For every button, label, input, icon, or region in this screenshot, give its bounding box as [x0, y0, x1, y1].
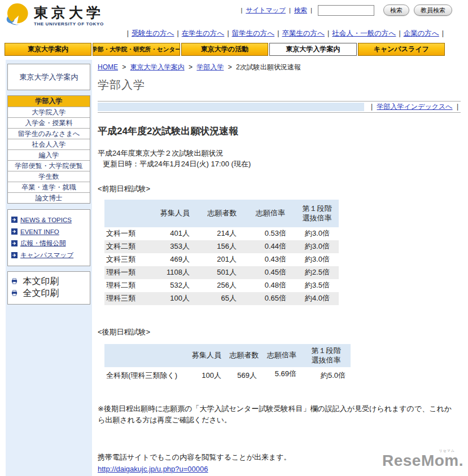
- link-prospective-students[interactable]: 受験生の方へ: [132, 29, 174, 37]
- intro-text: 平成24年度東京大学２次試験出願状況 更新日時：平成24年1月24日(火) 17…: [98, 148, 461, 170]
- watermark-text: ReseMom.: [382, 452, 463, 469]
- article-heading: 平成24年度2次試験出願状況速報: [98, 125, 461, 138]
- sidebar-item-handbooks[interactable]: 学部便覧・大学院便覧: [8, 160, 90, 171]
- sidebar-title-box: 東京大学入学案内: [7, 64, 90, 90]
- header-cell-first-stage-ratio: 第１段階 選抜倍率: [301, 344, 351, 367]
- sidebar-item-adult-admissions[interactable]: 社会人入学: [8, 139, 90, 149]
- sidebar-item-graduation-employment[interactable]: 卒業・進学・就職: [8, 182, 90, 192]
- printer-icon: [11, 290, 18, 296]
- logo-subtitle: THE UNIVERSITY OF TOKYO: [34, 21, 104, 27]
- breadcrumb-home-link[interactable]: HOME: [98, 63, 118, 71]
- main-nav-tabs: 東京大学案内 学部・大学院・研究所・センター 東京大学の活動 東京大学入学案内 …: [5, 43, 445, 56]
- update-timestamp: 更新日時：平成24年1月24日(火) 17:00 (現在): [98, 159, 461, 170]
- link-alumni[interactable]: 卒業生の方へ: [282, 29, 325, 37]
- event-info-link[interactable]: EVENT INFO: [20, 228, 59, 235]
- tab-faculties-institutes[interactable]: 学部・大学院・研究所・センター: [93, 43, 180, 56]
- kouki-section-label: <後期日程試験>: [98, 327, 461, 337]
- header-cell-applicants: 志願者数: [199, 200, 246, 227]
- tab-university-activities[interactable]: 東京大学の活動: [181, 43, 268, 56]
- sidebar-item-student-numbers[interactable]: 学生数: [8, 171, 90, 182]
- table-row: 全科類(理科三類除く) 100人 569人 5.69倍 約5.0倍: [104, 367, 351, 385]
- tab-campus-life[interactable]: キャンパスライフ: [358, 43, 445, 56]
- link-current-students[interactable]: 在学生の方へ: [182, 29, 225, 37]
- header-cell-capacity: 募集人員: [151, 200, 199, 227]
- main-content: HOME > 東京大学入学案内 > 学部入学 > 2次試験出願状況速報 学部入学…: [98, 60, 461, 476]
- sidebar-item-thesis-doctorate[interactable]: 論文博士: [8, 192, 90, 203]
- table-header-row: 募集人員 志願者数 志願倍率 第１段階 選抜倍率: [104, 200, 339, 227]
- header-cell-ratio: 志願倍率: [262, 344, 301, 367]
- header-cell-empty: [104, 200, 151, 227]
- kouki-schedule-table: 募集人員 志願者数 志願倍率 第１段階 選抜倍率 全科類(理科三類除く) 100…: [104, 344, 351, 385]
- sidebar-item-graduate-admissions[interactable]: 大学院入学: [8, 107, 90, 117]
- sidebar-item-undergraduate-admissions[interactable]: 学部入学: [8, 96, 90, 107]
- breadcrumb-admissions-link[interactable]: 東京大学入学案内: [130, 63, 185, 71]
- watermark-ruby: リセマム: [439, 448, 455, 453]
- search-input[interactable]: [318, 5, 374, 16]
- header-cell-applicants: 志願者数: [226, 344, 262, 367]
- sitemap-link[interactable]: サイトマップ: [246, 6, 286, 15]
- arrow-icon: [11, 252, 18, 258]
- table-row: 理科二類 532人 256人 0.48倍 約3.5倍: [104, 279, 339, 292]
- header-cell-ratio: 志願倍率: [246, 200, 295, 227]
- table-row: 文科三類 469人 201人 0.43倍 約3.0倍: [104, 253, 339, 266]
- mobile-site-link[interactable]: http://daigakujc.jp/u.php?u=00006: [98, 465, 208, 473]
- header-cell-capacity: 募集人員: [187, 344, 226, 367]
- print-body-link[interactable]: 本文印刷: [23, 276, 59, 286]
- public-relations-link[interactable]: 広報・情報公開: [20, 239, 66, 248]
- university-logo[interactable]: 東京大学 THE UNIVERSITY OF TOKYO: [5, 2, 104, 27]
- page: 東京大学 THE UNIVERSITY OF TOKYO | サイトマップ | …: [0, 0, 468, 476]
- link-general-public[interactable]: 社会人・一般の方へ: [332, 29, 396, 37]
- sidebar-print-links: 本文印刷 全文印刷: [7, 271, 90, 305]
- page-title: 学部入学: [98, 77, 461, 92]
- arrow-icon: [11, 240, 18, 246]
- index-link[interactable]: 学部入学インデックスへ: [377, 103, 453, 111]
- breadcrumb: HOME > 東京大学入学案内 > 学部入学 > 2次試験出願状況速報: [98, 63, 461, 72]
- sidebar-quick-links: NEWS & TOPICS EVENT INFO 広報・情報公開 キャンパスマッ…: [7, 209, 90, 266]
- ginkgo-leaf-icon: [5, 2, 30, 27]
- sidebar-item-transfer-admissions[interactable]: 編入学: [8, 149, 90, 160]
- zenki-schedule-table: 募集人員 志願者数 志願倍率 第１段階 選抜倍率 文科一類 401人 214人 …: [104, 200, 339, 305]
- link-companies[interactable]: 企業の方へ: [404, 29, 439, 37]
- sidebar-item-fees-tuition[interactable]: 入学金・授業料: [8, 117, 90, 128]
- resemom-watermark: リセマム ReseMom.: [382, 452, 463, 470]
- printer-icon: [11, 278, 18, 284]
- table-row: 文科一類 401人 214人 0.53倍 約3.0倍: [104, 227, 339, 240]
- tab-admissions[interactable]: 東京大学入学案内: [269, 43, 356, 56]
- sidebar-item-international-students[interactable]: 留学生のみなさまへ: [8, 128, 90, 139]
- index-bar-strip: [98, 103, 364, 111]
- header-cell-empty: [104, 344, 187, 367]
- faculty-search-button[interactable]: 教員検索: [414, 5, 452, 16]
- utility-bar: | サイトマップ | 検索 | 検索 教員検索: [238, 5, 452, 16]
- sidebar: 東京大学入学案内 学部入学 大学院入学 入学金・授業料 留学生のみなさまへ 社会…: [6, 60, 92, 476]
- campus-map-link[interactable]: キャンパスマップ: [20, 251, 73, 259]
- link-international-students[interactable]: 留学生の方へ: [232, 29, 275, 37]
- table-header-row: 募集人員 志願者数 志願倍率 第１段階 選抜倍率: [104, 344, 351, 367]
- site-header: 東京大学 THE UNIVERSITY OF TOKYO | サイトマップ | …: [0, 0, 468, 43]
- index-bar: | 学部入学インデックスへ |: [98, 101, 461, 113]
- arrow-icon: [11, 217, 18, 223]
- intro-line1: 平成24年度東京大学２次試験出願状況: [98, 148, 461, 159]
- header-cell-first-stage-ratio: 第１段階 選抜倍率: [295, 200, 339, 227]
- table-row: 理科一類 1108人 501人 0.45倍 約2.5倍: [104, 266, 339, 279]
- search-link[interactable]: 検索: [294, 6, 307, 15]
- arrow-icon: [11, 228, 18, 235]
- sidebar-menu: 学部入学 大学院入学 入学金・授業料 留学生のみなさまへ 社会人入学 編入学 学…: [7, 95, 90, 204]
- table-row: 文科二類 353人 156人 0.44倍 約3.0倍: [104, 240, 339, 253]
- print-full-link[interactable]: 全文印刷: [23, 288, 59, 298]
- logo-title: 東京大学: [34, 6, 104, 20]
- breadcrumb-undergraduate-link[interactable]: 学部入学: [196, 63, 224, 71]
- zenki-section-label: <前期日程試験>: [98, 184, 461, 194]
- table-row: 理科三類 100人 65人 0.65倍 約4.0倍: [104, 292, 339, 305]
- tab-university-guide[interactable]: 東京大学案内: [5, 43, 91, 56]
- news-topics-link[interactable]: NEWS & TOPICS: [20, 217, 72, 223]
- audience-links: |受験生の方へ|在学生の方へ|留学生の方へ|卒業生の方へ|社会人・一般の方へ|企…: [124, 29, 447, 38]
- search-button[interactable]: 検索: [383, 5, 409, 16]
- application-note: ※後期日程出願時に志願票の「大学入試センター試験受験科目」欄の誤記入が見受けられ…: [98, 403, 453, 427]
- sidebar-title: 東京大学入学案内: [20, 72, 78, 82]
- breadcrumb-current: 2次試験出願状況速報: [236, 63, 301, 71]
